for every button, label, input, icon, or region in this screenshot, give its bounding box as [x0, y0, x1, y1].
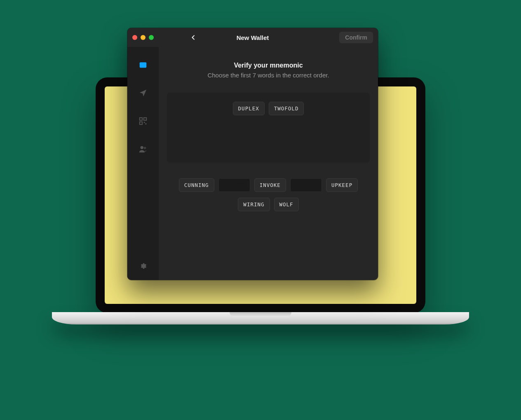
- qr-icon: [138, 117, 148, 126]
- maximize-icon[interactable]: [149, 35, 154, 40]
- close-icon[interactable]: [132, 35, 137, 40]
- sidebar-item-send[interactable]: [137, 87, 149, 99]
- verify-subheading: Choose the first 7 words in the correct …: [207, 72, 329, 79]
- svg-rect-3: [144, 118, 146, 120]
- chevron-left-icon: [190, 34, 197, 41]
- app-window: New Wallet Confirm: [127, 28, 378, 280]
- sidebar: [127, 47, 159, 280]
- svg-rect-1: [140, 63, 147, 64]
- verify-heading: Verify your mnemonic: [234, 62, 303, 69]
- word-chip-invoke[interactable]: INVOKE: [254, 178, 286, 192]
- settings-button[interactable]: [137, 260, 149, 272]
- selected-word-chip[interactable]: TWOFOLD: [269, 102, 304, 115]
- gear-icon: [139, 262, 147, 270]
- back-button[interactable]: [187, 32, 200, 43]
- laptop-base: [52, 312, 469, 324]
- word-chip-wolf[interactable]: WOLF: [274, 198, 299, 211]
- svg-rect-4: [140, 122, 142, 124]
- word-chip-cunning[interactable]: CUNNING: [179, 178, 214, 192]
- contacts-icon: [138, 145, 148, 154]
- main-panel: Verify your mnemonic Choose the first 7 …: [159, 47, 378, 280]
- selected-word-chip[interactable]: DUPLEX: [233, 102, 265, 115]
- svg-rect-6: [146, 124, 147, 125]
- sidebar-item-contacts[interactable]: [137, 143, 149, 155]
- minimize-icon[interactable]: [141, 35, 146, 40]
- word-chip-wiring[interactable]: WIRING: [238, 198, 270, 211]
- svg-point-8: [144, 147, 146, 149]
- word-chip-upkeep[interactable]: UPKEEP: [326, 178, 358, 192]
- svg-rect-5: [144, 122, 145, 123]
- available-words-row: CUNNING XXXXXX INVOKE XXXXXX UPKEEP WIRI…: [167, 178, 370, 211]
- app-body: Verify your mnemonic Choose the first 7 …: [127, 47, 378, 280]
- laptop-notch: [230, 312, 291, 317]
- word-chip-used: XXXXXX: [218, 178, 250, 192]
- word-chip-used: XXXXXX: [290, 178, 322, 192]
- confirm-button[interactable]: Confirm: [339, 32, 373, 43]
- sidebar-item-receive[interactable]: [137, 115, 149, 127]
- selected-words-zone[interactable]: DUPLEX TWOFOLD: [167, 93, 370, 163]
- send-icon: [138, 89, 148, 98]
- svg-point-7: [141, 146, 143, 149]
- titlebar: New Wallet Confirm: [127, 28, 378, 47]
- wallet-icon: [138, 61, 148, 70]
- svg-rect-2: [140, 118, 142, 120]
- sidebar-item-wallet[interactable]: [137, 59, 149, 71]
- window-controls: [132, 35, 154, 40]
